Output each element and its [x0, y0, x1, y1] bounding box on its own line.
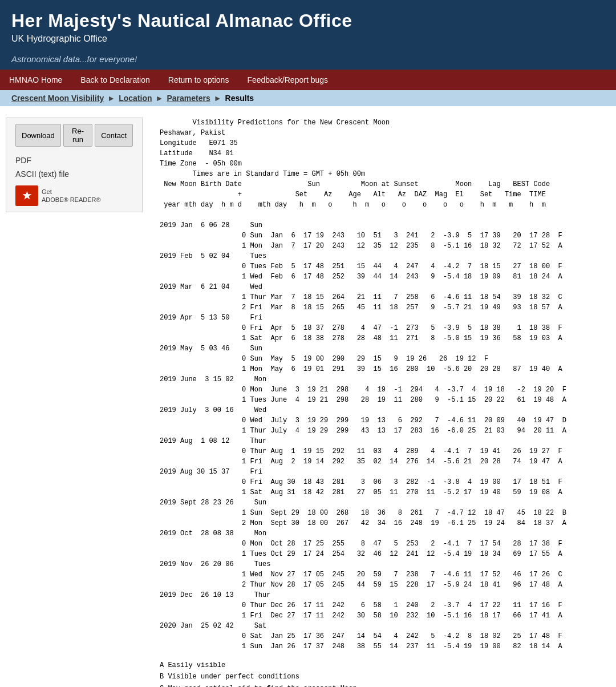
- sidebar-buttons: Download Re-run Contact: [15, 124, 133, 147]
- legend-section: A Easily visible B Visible under perfect…: [160, 660, 605, 687]
- legend-a: A Easily visible: [160, 660, 605, 671]
- results-table: New Moon Birth Date Sun Moon at Sunset M…: [160, 179, 605, 652]
- sidebar: Download Re-run Contact PDF ASCII (text)…: [6, 118, 143, 212]
- arrow-icon-2: ►: [156, 94, 164, 103]
- location-info: Peshawar, Pakist Longitude E071 35 Latit…: [160, 128, 605, 169]
- download-button[interactable]: Download: [15, 124, 61, 147]
- site-header: Her Majesty's Nautical Almanac Office UK…: [0, 0, 616, 51]
- adobe-text: Get ADOBE® READER®: [42, 188, 101, 204]
- nav-return[interactable]: Return to options: [159, 70, 238, 90]
- ascii-option[interactable]: ASCII (text) file: [15, 167, 133, 181]
- main-nav: HMNAO Home Back to Declaration Return to…: [0, 70, 616, 90]
- step-parameters[interactable]: Parameters: [167, 94, 210, 103]
- nav-home[interactable]: HMNAO Home: [0, 70, 71, 90]
- adobe-icon: ★: [15, 185, 38, 206]
- nav-feedback[interactable]: Feedback/Report bugs: [238, 70, 337, 90]
- step-location[interactable]: Location: [119, 94, 152, 103]
- adobe-reader-section: ★ Get ADOBE® READER®: [15, 185, 133, 206]
- contact-button[interactable]: Contact: [95, 124, 133, 147]
- rerun-button[interactable]: Re-run: [63, 124, 92, 147]
- legend-b: B Visible under perfect conditions: [160, 671, 605, 682]
- time-note: Times are in Standard Time = GMT + 05h 0…: [160, 169, 605, 179]
- site-subtitle: UK Hydrographic Office: [11, 34, 605, 44]
- nav-back[interactable]: Back to Declaration: [71, 70, 159, 90]
- arrow-icon-3: ►: [214, 94, 222, 103]
- results-area: Visibility Predictions for the New Cresc…: [148, 112, 616, 687]
- site-title: Her Majesty's Nautical Almanac Office: [11, 10, 605, 31]
- arrow-icon-1: ►: [107, 94, 115, 103]
- tagline: Astronomical data...for everyone!: [0, 51, 616, 70]
- legend-c: C May need optical aid to find the cresc…: [160, 683, 605, 687]
- results-header-text: Visibility Predictions for the New Cresc…: [160, 118, 605, 128]
- step-results: Results: [225, 94, 254, 103]
- main-layout: Download Re-run Contact PDF ASCII (text)…: [0, 106, 616, 687]
- step-crescent-moon[interactable]: Crescent Moon Visibility: [11, 94, 104, 103]
- pdf-option[interactable]: PDF: [15, 153, 133, 167]
- breadcrumb: Crescent Moon Visibility ► Location ► Pa…: [0, 90, 616, 106]
